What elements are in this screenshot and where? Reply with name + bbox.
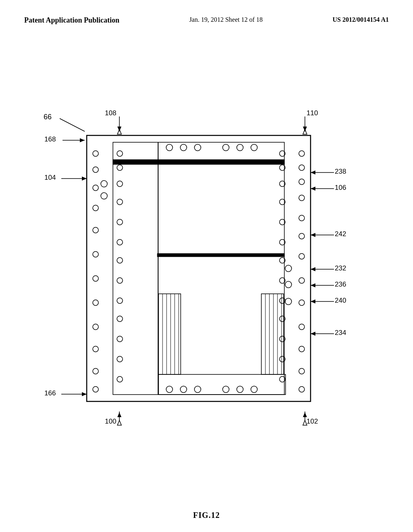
label-168: 168 <box>44 135 56 143</box>
svg-marker-29 <box>117 420 121 425</box>
label-104: 104 <box>44 174 56 181</box>
label-106: 106 <box>335 184 346 191</box>
svg-point-80 <box>117 298 123 303</box>
svg-point-46 <box>251 386 257 393</box>
svg-rect-34 <box>113 142 284 395</box>
svg-marker-10 <box>82 177 87 181</box>
svg-point-50 <box>93 205 98 211</box>
svg-point-79 <box>117 278 123 283</box>
svg-point-116 <box>285 298 292 305</box>
svg-point-56 <box>93 346 98 352</box>
svg-point-61 <box>299 179 305 185</box>
svg-marker-18 <box>311 267 315 271</box>
svg-line-0 <box>60 118 85 131</box>
svg-point-72 <box>117 151 123 156</box>
svg-point-39 <box>237 144 243 151</box>
svg-marker-14 <box>311 187 315 191</box>
svg-point-42 <box>180 386 187 393</box>
svg-point-81 <box>117 316 123 322</box>
svg-marker-28 <box>117 412 121 417</box>
svg-marker-22 <box>311 299 315 303</box>
label-232: 232 <box>335 264 346 272</box>
label-240: 240 <box>335 297 346 304</box>
svg-marker-6 <box>303 129 307 134</box>
svg-point-71 <box>299 387 305 392</box>
svg-point-75 <box>117 199 123 205</box>
svg-rect-113 <box>159 374 286 395</box>
svg-point-74 <box>117 181 123 187</box>
label-242: 242 <box>335 230 346 238</box>
svg-point-53 <box>93 276 98 281</box>
svg-point-60 <box>299 165 305 170</box>
header-left: Patent Application Publication <box>24 16 119 25</box>
label-66: 66 <box>44 113 52 121</box>
svg-point-55 <box>93 324 98 330</box>
svg-point-58 <box>93 387 98 392</box>
svg-point-47 <box>93 151 98 156</box>
svg-point-38 <box>223 144 229 151</box>
svg-point-70 <box>299 368 305 374</box>
label-166: 166 <box>44 389 56 397</box>
patent-figure-12: 66 108 110 168 104 238 106 242 <box>0 41 413 484</box>
header-right: US 2012/0014154 A1 <box>332 16 389 23</box>
svg-point-44 <box>223 386 229 393</box>
svg-point-51 <box>93 227 98 233</box>
svg-rect-98 <box>113 160 284 164</box>
page-header: Patent Application Publication Jan. 19, … <box>0 0 413 33</box>
label-238: 238 <box>335 168 346 175</box>
svg-point-64 <box>299 233 305 239</box>
svg-rect-101 <box>159 294 181 374</box>
svg-point-68 <box>299 324 305 330</box>
svg-point-73 <box>117 165 123 170</box>
svg-marker-12 <box>311 170 315 175</box>
svg-point-35 <box>166 144 173 151</box>
label-108: 108 <box>105 109 116 117</box>
label-236: 236 <box>335 281 346 288</box>
svg-point-49 <box>93 185 98 191</box>
label-102: 102 <box>307 418 318 425</box>
svg-point-59 <box>299 151 305 156</box>
svg-point-78 <box>117 258 123 263</box>
label-234: 234 <box>335 329 346 337</box>
svg-point-36 <box>180 144 187 151</box>
svg-point-77 <box>117 239 123 245</box>
svg-point-118 <box>285 281 292 288</box>
svg-point-115 <box>101 193 107 199</box>
svg-marker-31 <box>303 412 307 417</box>
svg-point-43 <box>194 386 201 393</box>
label-110: 110 <box>307 109 318 117</box>
svg-rect-107 <box>261 294 284 374</box>
svg-point-67 <box>299 300 305 305</box>
svg-marker-8 <box>80 138 85 142</box>
svg-point-41 <box>166 386 173 393</box>
svg-point-62 <box>299 195 305 201</box>
svg-point-48 <box>93 167 98 172</box>
svg-point-52 <box>93 251 98 257</box>
svg-point-83 <box>117 356 123 362</box>
svg-point-40 <box>251 144 257 151</box>
svg-point-84 <box>117 376 123 382</box>
svg-point-117 <box>285 265 292 272</box>
diagram-container: 66 108 110 168 104 238 106 242 <box>0 41 413 484</box>
svg-marker-26 <box>82 392 87 396</box>
header-center: Jan. 19, 2012 Sheet 12 of 18 <box>189 16 263 23</box>
svg-marker-24 <box>311 332 315 336</box>
svg-point-45 <box>237 386 243 393</box>
svg-rect-99 <box>157 254 284 257</box>
svg-marker-20 <box>311 283 315 287</box>
svg-rect-33 <box>87 135 311 401</box>
svg-point-82 <box>117 336 123 342</box>
svg-point-76 <box>117 219 123 225</box>
figure-label: FIG.12 <box>193 511 220 520</box>
svg-marker-3 <box>117 127 121 131</box>
label-100: 100 <box>105 418 116 425</box>
svg-point-114 <box>101 181 107 187</box>
svg-point-37 <box>194 144 201 151</box>
svg-point-63 <box>299 215 305 221</box>
svg-point-69 <box>299 346 305 352</box>
svg-point-66 <box>299 278 305 283</box>
svg-point-54 <box>93 300 98 305</box>
svg-point-65 <box>299 254 305 259</box>
svg-marker-16 <box>311 233 315 237</box>
svg-point-57 <box>93 368 98 374</box>
